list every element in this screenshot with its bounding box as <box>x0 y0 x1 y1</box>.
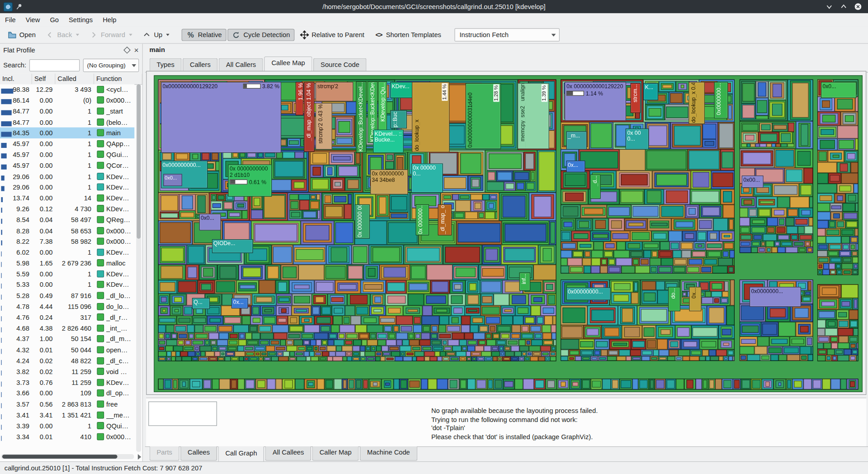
treemap-cell[interactable]: 0x 000000 000461... <box>354 204 369 238</box>
treemap-cell[interactable]: 0x 000... <box>626 128 649 150</box>
table-row[interactable]: 4.684.382 826 460_int_malloc <box>0 323 135 334</box>
treemap-subcell[interactable]: 0x0... <box>163 174 182 186</box>
treemap-cell[interactable]: K... <box>643 83 658 100</box>
treemap-cell[interactable]: 0x00000000001292203.82 % <box>161 82 281 153</box>
treemap-cell[interactable]: p::Buc... <box>390 110 407 128</box>
table-row[interactable]: 4.240.0248 822_dl_catch_... <box>0 356 135 366</box>
table-row[interactable]: 84.770.001(below mai... <box>0 117 135 128</box>
table-row[interactable]: 45.970.001QGuiApplic... <box>0 149 135 160</box>
bottom-tab-callees[interactable]: Callees <box>180 446 217 461</box>
column-header-incl[interactable]: Incl. <box>0 74 32 84</box>
table-row[interactable]: 3.660.00109dl_open_w... <box>0 388 135 399</box>
event-type-combobox[interactable]: Instruction Fetch <box>454 28 560 41</box>
treemap-cell[interactable]: 0x00... <box>741 175 764 188</box>
cycle-detection-toggle[interactable]: Cycle Detection <box>227 29 294 41</box>
treemap-cell[interactable]: Q... <box>192 298 210 309</box>
treemap-cell[interactable]: 0x00000000... <box>566 287 611 300</box>
treemap-cell[interactable]: 0x000000000031d4e01.28 % <box>466 83 501 149</box>
vertical-scrollbar[interactable] <box>136 84 141 452</box>
table-row[interactable]: 45.970.001QCoreAppl... <box>0 160 135 171</box>
open-button[interactable]: Open <box>3 29 40 41</box>
forward-button[interactable]: Forward <box>85 29 137 41</box>
menu-item-settings[interactable]: Settings <box>64 14 98 25</box>
table-row[interactable]: 4.320.0150 044openaux <box>0 345 135 356</box>
minimize-button[interactable] <box>825 2 834 11</box>
table-row[interactable]: 45.970.001QApplicatio... <box>0 138 135 149</box>
bottom-tab-call-graph[interactable]: Call Graph <box>218 446 264 463</box>
table-row[interactable]: 5.280.4987 916_dl_lookup... <box>0 290 135 301</box>
table-row[interactable]: 8.227.3858 9820x000000000... <box>0 236 135 247</box>
grouping-combobox[interactable]: (No Grouping) <box>83 59 139 72</box>
maximize-button[interactable] <box>839 2 848 11</box>
table-row[interactable]: 3.413.411 351 421__memcpy... <box>0 410 135 421</box>
bottom-tab-caller-map[interactable]: Caller Map <box>312 446 359 461</box>
table-row[interactable]: 4.784.44115 096do_lookup... <box>0 301 135 312</box>
table-row[interactable]: 6.020.001KDevelop::... <box>0 247 135 258</box>
treemap-cell[interactable]: strcmp'2 <box>316 82 353 101</box>
table-row[interactable]: 84.770.001_start <box>0 106 135 117</box>
table-row[interactable]: 9.260.124 730KDevelop::... <box>0 204 135 214</box>
table-row[interactable]: 5.330.001KDevSplas... <box>0 280 135 290</box>
table-row[interactable]: 3.570.562 863 813free <box>0 399 135 410</box>
table-row[interactable]: 4.371.0050 154_dl_map_o... <box>0 334 135 345</box>
table-row[interactable]: 3.340.014100x000000000... <box>0 431 135 442</box>
treemap-cell[interactable]: do... <box>668 287 680 311</box>
shorten-templates-toggle[interactable]: <> Shorten Templates <box>370 29 446 41</box>
table-row[interactable]: 3.820.0211 259void KDeve... <box>0 366 135 377</box>
table-row[interactable]: 29.060.001KDevelop::... <box>0 182 135 193</box>
tab-all-callers[interactable]: All Callers <box>219 58 263 73</box>
bottom-tab-machine-code[interactable]: Machine Code <box>360 446 417 461</box>
relative-to-parent-toggle[interactable]: Relative to Parent <box>296 29 369 41</box>
treemap-cell[interactable]: _dl_map_ object_... <box>438 204 452 235</box>
table-row[interactable]: 8.280.0458 6530x000000000... <box>0 225 135 236</box>
treemap-cell[interactable]: __memcpy_sse2_ unaligned1.39 % <box>517 83 549 149</box>
table-row[interactable]: 98.3812.293 493<cycle 42> <box>0 84 135 95</box>
table-row[interactable]: 29.060.001KDevelop::... <box>0 171 135 182</box>
table-row[interactable]: 8.540.0458 497QRegExp::... <box>0 214 135 225</box>
column-header-called[interactable]: Called <box>55 74 94 84</box>
pin-icon[interactable] <box>16 3 23 10</box>
scroll-right-arrow-icon[interactable] <box>138 454 141 460</box>
graph-overview-box[interactable] <box>148 402 217 426</box>
treemap-cell[interactable]: 0x... <box>566 161 585 173</box>
treemap-cell[interactable]: _m... <box>566 132 586 150</box>
treemap-cell[interactable]: strcm... <box>631 83 641 113</box>
menu-item-file[interactable]: File <box>0 14 21 25</box>
treemap-cell[interactable]: 0x0... <box>821 82 856 98</box>
treemap-cell[interactable]: 0x... <box>231 298 248 308</box>
table-row[interactable]: 5.590.001KDevelop::... <box>0 269 135 280</box>
close-button[interactable] <box>854 2 863 11</box>
float-dock-icon[interactable] <box>123 46 131 53</box>
menu-item-view[interactable]: View <box>21 14 45 25</box>
tab-callee-map[interactable]: Callee Map <box>264 57 312 73</box>
treemap-cell[interactable]: QIODe... <box>212 239 253 253</box>
close-dock-icon[interactable]: ✕ <box>134 47 139 53</box>
table-row[interactable]: 84.350.001main <box>0 128 135 138</box>
treemap-cell[interactable]: 0x0000000... <box>714 82 728 118</box>
treemap-cell[interactable]: 0x 000000... <box>411 164 443 193</box>
treemap-cell[interactable]: strcmp'2 0.43 % <box>316 103 332 150</box>
table-row[interactable]: 3.730.7611 259KDevelop::... <box>0 377 135 388</box>
bottom-tab-all-callees[interactable]: All Callees <box>265 446 311 461</box>
table-row[interactable]: 5.981.652 679 236malloc <box>0 258 135 269</box>
horizontal-scrollbar[interactable] <box>1 454 134 459</box>
back-button[interactable]: Back <box>41 29 84 41</box>
treemap-cell[interactable]: 0x 00000000001292201.14 % <box>565 82 626 121</box>
relative-toggle[interactable]: % Relative <box>182 29 226 41</box>
menu-item-help[interactable]: Help <box>98 14 121 25</box>
treemap-cell[interactable]: 0x... <box>689 287 702 311</box>
menu-item-go[interactable]: Go <box>45 14 64 25</box>
treemap-cell[interactable]: 0x 00000000002 d1b100.61 % <box>228 164 272 197</box>
tab-types[interactable]: Types <box>150 58 182 73</box>
treemap-cell[interactable]: do_lookup_x1.44 % <box>412 82 449 152</box>
treemap-cell[interactable]: 0x 000000... <box>415 204 429 235</box>
table-row[interactable]: 86.140.00(0)0x000000000... <box>0 95 135 106</box>
treemap-cell[interactable]: KDevel... ::Bucke... <box>373 129 403 152</box>
treemap-cell[interactable]: 0x000000000...0x0... <box>161 161 208 188</box>
tab-callers[interactable]: Callers <box>183 58 218 73</box>
column-header-self[interactable]: Self <box>32 74 55 84</box>
table-row[interactable]: 13.740.0014KDevelop::... <box>0 193 135 204</box>
table-row[interactable]: 3.390.001QQuickVie... <box>0 421 135 431</box>
up-button[interactable]: Up <box>138 29 174 41</box>
search-input[interactable] <box>29 59 80 71</box>
